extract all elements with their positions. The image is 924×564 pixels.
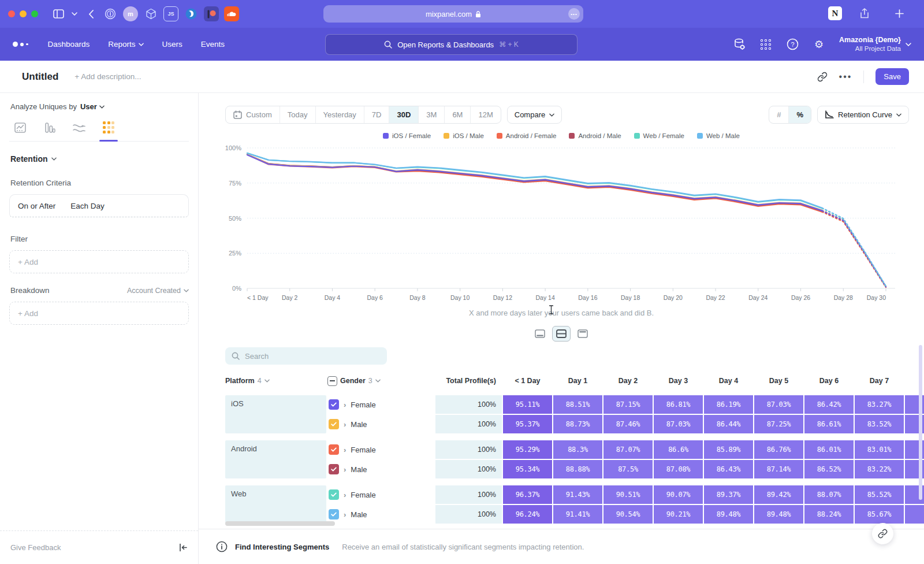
retention-value-cell[interactable]: 90.51% bbox=[603, 485, 653, 504]
retention-value-cell[interactable]: 83.27% bbox=[855, 395, 904, 414]
retention-value-cell[interactable]: 83.01% bbox=[855, 440, 904, 459]
more-options-icon[interactable]: ••• bbox=[839, 72, 852, 82]
layout-split-button[interactable] bbox=[552, 326, 571, 342]
tab-retention[interactable] bbox=[100, 121, 117, 141]
retention-value-cell[interactable]: 89.42% bbox=[754, 485, 803, 504]
retention-value-cell[interactable]: 86.76% bbox=[754, 440, 803, 459]
retention-value-cell[interactable]: 89.48% bbox=[704, 505, 753, 524]
retention-value-cell[interactable]: 88.73% bbox=[553, 415, 602, 433]
retention-value-cell[interactable]: 87.03% bbox=[654, 415, 703, 433]
range-3m[interactable]: 3M bbox=[419, 106, 445, 123]
expand-row-icon[interactable]: › bbox=[344, 446, 346, 454]
retention-value-cell[interactable]: 95.34% bbox=[503, 460, 552, 478]
range-7d[interactable]: 7D bbox=[364, 106, 390, 123]
report-title[interactable]: Untitled bbox=[22, 71, 58, 83]
retention-value-cell[interactable]: 96.37% bbox=[503, 485, 552, 504]
series-line-web-male[interactable] bbox=[822, 208, 886, 286]
retention-value-cell[interactable]: 86.19% bbox=[704, 395, 753, 414]
chart-type-dropdown[interactable]: Retention Curve bbox=[817, 106, 909, 124]
day-column-header[interactable]: Day 4 bbox=[704, 377, 753, 385]
extension-box-icon[interactable] bbox=[143, 6, 158, 21]
url-more-icon[interactable]: ••• bbox=[568, 8, 580, 20]
extension-1password-icon[interactable] bbox=[103, 6, 118, 21]
retention-value-cell[interactable]: 87.08% bbox=[654, 460, 703, 478]
retention-value-cell[interactable]: 87.03% bbox=[754, 395, 803, 414]
minimize-window-button[interactable] bbox=[20, 10, 27, 17]
expand-row-icon[interactable]: › bbox=[344, 510, 346, 519]
day-column-header[interactable]: Day 1 bbox=[553, 377, 602, 385]
row-checkbox[interactable] bbox=[329, 464, 339, 474]
day-column-header[interactable]: Day 2 bbox=[603, 377, 653, 385]
retention-value-cell[interactable]: 86.42% bbox=[804, 395, 854, 414]
help-icon[interactable]: ? bbox=[786, 38, 799, 51]
retention-value-cell[interactable]: 96.24% bbox=[503, 505, 552, 524]
retention-value-cell[interactable]: 86.43% bbox=[704, 460, 753, 478]
series-line-android-female[interactable] bbox=[822, 212, 886, 288]
retention-value-cell[interactable]: 86.01% bbox=[804, 440, 854, 459]
gender-cell[interactable]: ›Female bbox=[327, 485, 434, 504]
layout-chart-only-button[interactable] bbox=[531, 326, 549, 342]
extension-bird-icon[interactable] bbox=[184, 6, 199, 21]
retention-value-cell[interactable]: 87.07% bbox=[603, 440, 653, 459]
zoom-window-button[interactable] bbox=[31, 10, 38, 17]
retention-value-cell[interactable]: 89.37% bbox=[704, 485, 753, 504]
legend-item[interactable]: Android / Male bbox=[569, 132, 621, 140]
give-feedback-link[interactable]: Give Feedback bbox=[10, 543, 61, 552]
platform-column-header[interactable]: Platform4 bbox=[225, 377, 326, 385]
share-icon[interactable] bbox=[857, 6, 872, 21]
extension-patreon-icon[interactable] bbox=[204, 6, 219, 21]
segments-title[interactable]: Find Interesting Segments bbox=[235, 543, 329, 551]
vertical-scrollbar[interactable] bbox=[919, 345, 922, 500]
legend-item[interactable]: Web / Male bbox=[697, 132, 740, 140]
tab-funnels[interactable] bbox=[41, 121, 58, 141]
layout-table-only-button[interactable] bbox=[573, 326, 592, 342]
gender-cell[interactable]: ›Male bbox=[327, 505, 434, 524]
retention-value-cell[interactable]: 88.24% bbox=[804, 505, 854, 524]
sidebar-toggle-icon[interactable] bbox=[51, 6, 66, 21]
retention-value-cell[interactable]: 83.22% bbox=[855, 460, 904, 478]
retention-criteria-control[interactable]: On or After Each Day bbox=[9, 194, 189, 217]
retention-value-cell[interactable]: 87.5% bbox=[603, 460, 653, 478]
retention-value-cell[interactable]: 88.07% bbox=[804, 485, 854, 504]
gender-cell[interactable]: ›Female bbox=[327, 395, 434, 414]
series-line-ios-male[interactable] bbox=[822, 210, 886, 287]
day-column-header[interactable]: Day 5 bbox=[754, 377, 803, 385]
platform-cell[interactable]: Android bbox=[225, 440, 326, 478]
platform-cell[interactable]: iOS bbox=[225, 395, 326, 433]
table-search-input[interactable]: Search bbox=[225, 347, 387, 365]
nav-item-users[interactable]: Users bbox=[162, 40, 182, 49]
new-tab-icon[interactable] bbox=[892, 6, 907, 21]
retention-value-cell[interactable]: 91.43% bbox=[553, 485, 602, 504]
settings-gear-icon[interactable]: ⚙ bbox=[813, 38, 825, 51]
legend-item[interactable]: iOS / Male bbox=[444, 132, 484, 140]
day-column-header[interactable]: Day 7 bbox=[855, 377, 904, 385]
url-bar[interactable]: mixpanel.com ••• bbox=[323, 5, 583, 23]
retention-value-cell[interactable]: 86.52% bbox=[804, 460, 854, 478]
nav-item-reports[interactable]: Reports bbox=[108, 40, 143, 49]
row-checkbox[interactable] bbox=[329, 509, 339, 520]
row-checkbox[interactable] bbox=[329, 444, 339, 455]
retention-value-cell[interactable]: 85.67% bbox=[855, 505, 904, 524]
retention-value-cell[interactable]: 90.07% bbox=[654, 485, 703, 504]
back-icon[interactable] bbox=[83, 6, 98, 21]
gender-cell[interactable]: ›Male bbox=[327, 460, 434, 478]
extension-soundcloud-icon[interactable] bbox=[224, 6, 239, 21]
expand-row-icon[interactable]: › bbox=[344, 465, 346, 474]
horizontal-scrollbar[interactable] bbox=[225, 521, 335, 526]
retention-value-cell[interactable]: 85.52% bbox=[855, 485, 904, 504]
tab-insights[interactable] bbox=[12, 121, 29, 141]
save-button[interactable]: Save bbox=[875, 68, 909, 85]
unit-percent-option[interactable]: % bbox=[789, 106, 811, 123]
range-custom[interactable]: Custom bbox=[226, 106, 280, 123]
series-line-web-female[interactable] bbox=[822, 209, 886, 287]
unit-count-option[interactable]: # bbox=[769, 106, 789, 123]
retention-value-cell[interactable]: 87.25% bbox=[754, 415, 803, 433]
retention-value-cell[interactable]: 89.48% bbox=[754, 505, 803, 524]
range-12m[interactable]: 12M bbox=[471, 106, 500, 123]
day-column-header[interactable]: Day 3 bbox=[654, 377, 703, 385]
collapse-sidebar-icon[interactable] bbox=[178, 543, 188, 552]
retention-value-cell[interactable]: 85.89% bbox=[704, 440, 753, 459]
criteria-interval[interactable]: Each Day bbox=[70, 202, 105, 210]
expand-row-icon[interactable]: › bbox=[344, 400, 346, 409]
report-description-placeholder[interactable]: + Add description... bbox=[74, 72, 141, 81]
